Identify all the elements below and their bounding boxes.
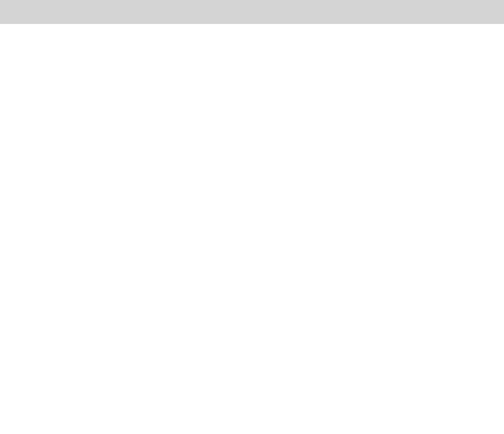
wiring-diagram — [0, 0, 504, 434]
figure-page — [0, 0, 504, 434]
